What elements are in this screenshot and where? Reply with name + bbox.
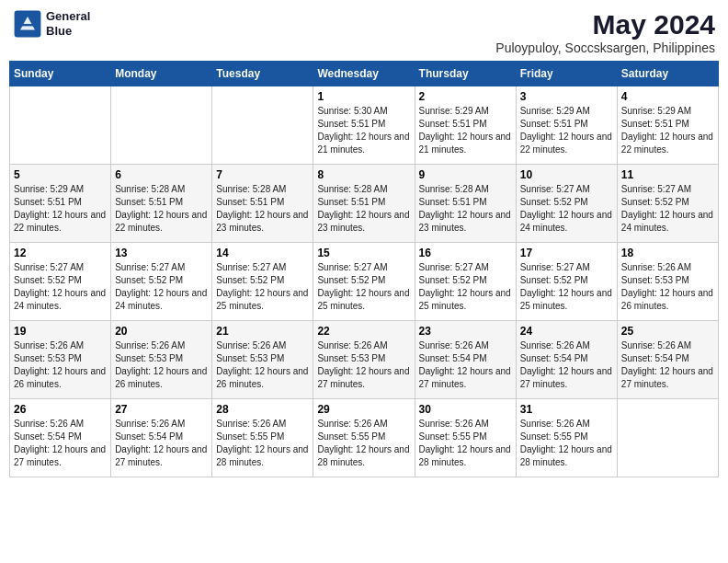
day-info: Sunrise: 5:26 AMSunset: 5:54 PMDaylight:… [520,339,613,391]
weekday-header: Wednesday [313,62,415,86]
page-header: General Blue May 2024 Puloypuloy, Soccsk… [9,9,719,55]
calendar-cell: 12 Sunrise: 5:27 AMSunset: 5:52 PMDaylig… [10,243,111,321]
weekday-header: Saturday [617,62,718,86]
calendar-cell: 10 Sunrise: 5:27 AMSunset: 5:52 PMDaylig… [516,165,617,243]
day-number: 16 [419,247,512,259]
calendar-cell: 20 Sunrise: 5:26 AMSunset: 5:53 PMDaylig… [111,321,212,399]
calendar-subtitle: Puloypuloy, Soccsksargen, Philippines [495,40,715,55]
day-info: Sunrise: 5:26 AMSunset: 5:54 PMDaylight:… [419,339,512,391]
calendar-cell: 13 Sunrise: 5:27 AMSunset: 5:52 PMDaylig… [111,243,212,321]
calendar-cell: 24 Sunrise: 5:26 AMSunset: 5:54 PMDaylig… [516,321,617,399]
calendar-cell: 17 Sunrise: 5:27 AMSunset: 5:52 PMDaylig… [516,243,617,321]
day-number: 31 [520,403,613,416]
day-info: Sunrise: 5:26 AMSunset: 5:54 PMDaylight:… [621,339,714,391]
calendar-cell [111,86,212,165]
logo-line1: General [46,9,90,24]
day-number: 9 [419,168,512,181]
day-info: Sunrise: 5:29 AMSunset: 5:51 PMDaylight:… [621,105,714,156]
calendar-cell [212,86,313,165]
day-info: Sunrise: 5:29 AMSunset: 5:51 PMDaylight:… [520,105,613,156]
day-number: 29 [317,403,410,416]
calendar-cell: 30 Sunrise: 5:26 AMSunset: 5:55 PMDaylig… [415,399,516,477]
calendar-cell: 16 Sunrise: 5:27 AMSunset: 5:52 PMDaylig… [415,243,516,321]
day-info: Sunrise: 5:27 AMSunset: 5:52 PMDaylight:… [14,261,107,313]
day-number: 27 [115,403,208,416]
calendar-cell: 29 Sunrise: 5:26 AMSunset: 5:55 PMDaylig… [313,399,415,477]
calendar-cell [617,399,718,477]
calendar-cell: 26 Sunrise: 5:26 AMSunset: 5:54 PMDaylig… [10,399,111,477]
calendar-cell: 6 Sunrise: 5:28 AMSunset: 5:51 PMDayligh… [111,165,212,243]
calendar-cell: 21 Sunrise: 5:26 AMSunset: 5:53 PMDaylig… [212,321,313,399]
svg-rect-2 [22,24,34,26]
calendar-cell: 9 Sunrise: 5:28 AMSunset: 5:51 PMDayligh… [415,165,516,243]
day-number: 30 [419,403,512,416]
calendar-week-row: 5 Sunrise: 5:29 AMSunset: 5:51 PMDayligh… [10,165,719,243]
calendar-cell: 27 Sunrise: 5:26 AMSunset: 5:54 PMDaylig… [111,399,212,477]
day-number: 8 [317,168,410,181]
calendar-cell: 19 Sunrise: 5:26 AMSunset: 5:53 PMDaylig… [10,321,111,399]
calendar-cell [10,86,111,165]
calendar-cell: 14 Sunrise: 5:27 AMSunset: 5:52 PMDaylig… [212,243,313,321]
day-number: 21 [216,325,309,338]
day-info: Sunrise: 5:27 AMSunset: 5:52 PMDaylight:… [419,261,512,313]
day-number: 18 [621,247,714,259]
calendar-cell: 1 Sunrise: 5:30 AMSunset: 5:51 PMDayligh… [313,86,415,165]
day-number: 5 [14,168,107,181]
title-section: May 2024 Puloypuloy, Soccsksargen, Phili… [495,9,715,55]
day-number: 2 [419,90,512,103]
calendar-cell: 4 Sunrise: 5:29 AMSunset: 5:51 PMDayligh… [617,86,718,165]
calendar-week-row: 1 Sunrise: 5:30 AMSunset: 5:51 PMDayligh… [10,86,719,165]
day-info: Sunrise: 5:27 AMSunset: 5:52 PMDaylight:… [317,261,410,313]
day-number: 14 [216,247,309,259]
day-info: Sunrise: 5:26 AMSunset: 5:55 PMDaylight:… [520,418,613,469]
calendar-title: May 2024 [495,9,715,40]
day-number: 26 [14,403,107,416]
day-number: 10 [520,168,613,181]
calendar-cell: 23 Sunrise: 5:26 AMSunset: 5:54 PMDaylig… [415,321,516,399]
logo-text: General Blue [46,9,90,38]
day-info: Sunrise: 5:27 AMSunset: 5:52 PMDaylight:… [520,183,613,235]
day-info: Sunrise: 5:26 AMSunset: 5:53 PMDaylight:… [115,339,208,391]
day-number: 28 [216,403,309,416]
day-info: Sunrise: 5:27 AMSunset: 5:52 PMDaylight:… [115,261,208,313]
day-info: Sunrise: 5:26 AMSunset: 5:55 PMDaylight:… [419,418,512,469]
weekday-header: Friday [516,62,617,86]
day-number: 15 [317,247,410,259]
calendar-cell: 5 Sunrise: 5:29 AMSunset: 5:51 PMDayligh… [10,165,111,243]
day-number: 17 [520,247,613,259]
weekday-header: Monday [111,62,212,86]
calendar-cell: 22 Sunrise: 5:26 AMSunset: 5:53 PMDaylig… [313,321,415,399]
day-info: Sunrise: 5:26 AMSunset: 5:53 PMDaylight:… [216,339,309,391]
calendar-cell: 25 Sunrise: 5:26 AMSunset: 5:54 PMDaylig… [617,321,718,399]
calendar-cell: 7 Sunrise: 5:28 AMSunset: 5:51 PMDayligh… [212,165,313,243]
day-number: 6 [115,168,208,181]
day-info: Sunrise: 5:28 AMSunset: 5:51 PMDaylight:… [317,183,410,235]
day-number: 19 [14,325,107,338]
calendar-cell: 31 Sunrise: 5:26 AMSunset: 5:55 PMDaylig… [516,399,617,477]
logo: General Blue [13,9,90,39]
day-info: Sunrise: 5:29 AMSunset: 5:51 PMDaylight:… [419,105,512,156]
day-info: Sunrise: 5:26 AMSunset: 5:53 PMDaylight:… [317,339,410,391]
day-info: Sunrise: 5:29 AMSunset: 5:51 PMDaylight:… [14,183,107,235]
calendar-cell: 28 Sunrise: 5:26 AMSunset: 5:55 PMDaylig… [212,399,313,477]
day-info: Sunrise: 5:28 AMSunset: 5:51 PMDaylight:… [115,183,208,235]
day-number: 25 [621,325,714,338]
calendar-cell: 11 Sunrise: 5:27 AMSunset: 5:52 PMDaylig… [617,165,718,243]
day-number: 1 [317,90,410,103]
day-number: 7 [216,168,309,181]
weekday-header: Sunday [10,62,111,86]
day-info: Sunrise: 5:30 AMSunset: 5:51 PMDaylight:… [317,105,410,156]
weekday-header: Thursday [415,62,516,86]
day-info: Sunrise: 5:27 AMSunset: 5:52 PMDaylight:… [621,183,714,235]
day-number: 3 [520,90,613,103]
day-info: Sunrise: 5:26 AMSunset: 5:54 PMDaylight:… [115,418,208,469]
day-number: 12 [14,247,107,259]
logo-line2: Blue [46,24,90,39]
day-number: 24 [520,325,613,338]
day-number: 20 [115,325,208,338]
day-info: Sunrise: 5:26 AMSunset: 5:53 PMDaylight:… [14,339,107,391]
weekday-header: Tuesday [212,62,313,86]
calendar-cell: 8 Sunrise: 5:28 AMSunset: 5:51 PMDayligh… [313,165,415,243]
calendar-cell: 3 Sunrise: 5:29 AMSunset: 5:51 PMDayligh… [516,86,617,165]
day-info: Sunrise: 5:28 AMSunset: 5:51 PMDaylight:… [419,183,512,235]
